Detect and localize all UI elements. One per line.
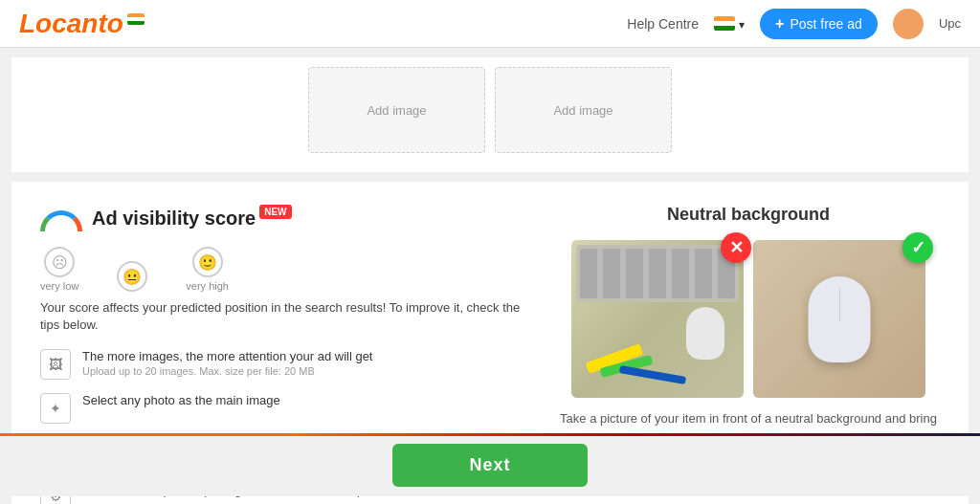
user-name-partial: Upc bbox=[939, 16, 961, 31]
bad-status-icon: ✕ bbox=[721, 232, 751, 263]
next-button[interactable]: Next bbox=[392, 444, 587, 487]
neutral-face-icon: 😐 bbox=[117, 261, 147, 292]
very-low-label: very low bbox=[40, 280, 78, 292]
tip-subtitle-1: Upload up to 20 images. Max. size per fi… bbox=[82, 365, 372, 377]
emoji-very-low: ☹ very low bbox=[40, 247, 78, 292]
photo-good-image bbox=[753, 240, 925, 398]
main-photo-tip-icon: ✦ bbox=[40, 393, 71, 424]
neutral-bg-title: Neutral background bbox=[667, 205, 830, 225]
photo-bad-wrapper: ✕ bbox=[571, 240, 744, 398]
emoji-mid: 😐 bbox=[117, 261, 147, 292]
user-avatar[interactable] bbox=[893, 9, 924, 39]
tip-item-2: ✦ Select any photo as the main image bbox=[40, 393, 528, 424]
next-button-wrapper: Next bbox=[0, 433, 980, 496]
smile-face-icon: 🙂 bbox=[192, 247, 223, 277]
photo-comparison: ✕ ✓ bbox=[571, 240, 925, 398]
tip-item-1: 🖼 The more images, the more attention yo… bbox=[40, 349, 528, 380]
score-description: Your score affects your predicted positi… bbox=[40, 299, 528, 334]
rainbow-icon bbox=[40, 205, 82, 231]
photo-good-wrapper: ✓ bbox=[753, 240, 925, 398]
score-title: Ad visibility score bbox=[92, 208, 256, 230]
india-flag-logo bbox=[127, 13, 145, 25]
image-upload-box-1[interactable]: Add image bbox=[308, 67, 485, 153]
score-header: Ad visibility score NEW bbox=[40, 205, 528, 231]
image-upload-box-2[interactable]: Add image bbox=[495, 67, 672, 153]
post-free-ad-button[interactable]: Post free ad bbox=[760, 9, 878, 39]
images-tip-icon: 🖼 bbox=[40, 349, 71, 380]
tip-title-1: The more images, the more attention your… bbox=[82, 349, 372, 363]
logo: Locanto bbox=[19, 9, 145, 39]
tip-text-2: Select any photo as the main image bbox=[82, 393, 280, 407]
language-selector[interactable] bbox=[714, 15, 745, 33]
photo-bad-image bbox=[571, 240, 744, 398]
lang-flag bbox=[714, 16, 735, 31]
image-upload-section: Add image Add image bbox=[11, 57, 969, 172]
good-status-icon: ✓ bbox=[902, 232, 933, 263]
sad-face-icon: ☹ bbox=[44, 247, 75, 277]
tip-text-1: The more images, the more attention your… bbox=[82, 349, 372, 377]
emoji-scale: ☹ very low 😐 🙂 very high bbox=[40, 247, 528, 292]
logo-text: Locanto bbox=[19, 9, 123, 39]
help-centre-link[interactable]: Help Centre bbox=[627, 16, 699, 32]
header: Locanto Help Centre Post free ad Upc bbox=[0, 0, 980, 48]
header-right: Help Centre Post free ad Upc bbox=[627, 9, 961, 39]
tip-title-2: Select any photo as the main image bbox=[82, 393, 280, 407]
very-high-label: very high bbox=[186, 280, 229, 292]
new-badge: NEW bbox=[259, 205, 291, 219]
emoji-very-high: 🙂 very high bbox=[186, 247, 229, 292]
chevron-down-icon bbox=[739, 15, 745, 33]
